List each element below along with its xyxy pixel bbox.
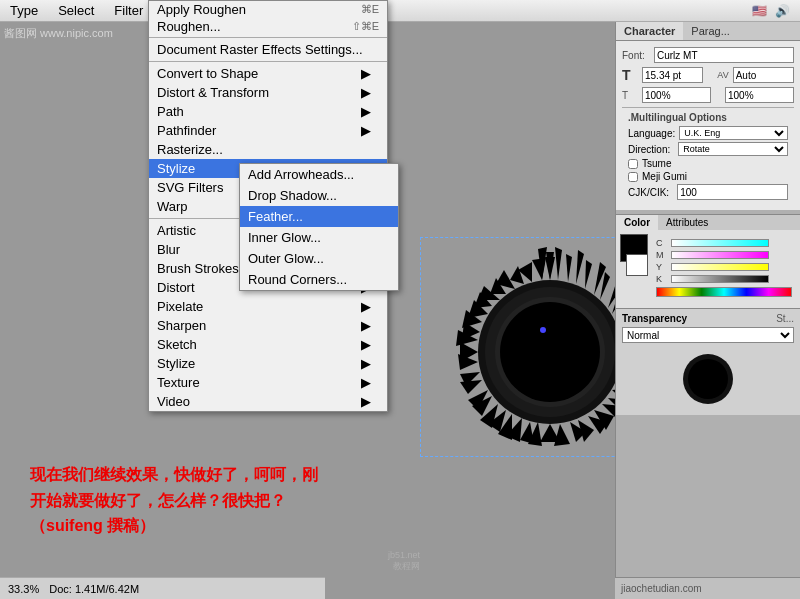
font-input[interactable] xyxy=(654,47,794,63)
distort-transform-arrow: ▶ xyxy=(361,85,371,100)
menu-filter[interactable]: Filter xyxy=(104,0,153,21)
menu-bar: Type Select Filter Effect View Window 帮助… xyxy=(0,0,800,22)
bottom-right-info: jiaochetudian.com xyxy=(615,577,800,599)
distort-label: Distort xyxy=(157,280,195,295)
round-corners-item[interactable]: Round Corners... xyxy=(240,269,398,290)
tab-color[interactable]: Color xyxy=(616,215,658,230)
cik-input[interactable] xyxy=(677,184,788,200)
scale-h-input[interactable] xyxy=(642,87,711,103)
direction-select[interactable]: Rotate xyxy=(678,142,788,156)
outer-glow-item[interactable]: Outer Glow... xyxy=(240,248,398,269)
volume-icon: 🔊 xyxy=(775,4,790,18)
scale-v-input[interactable] xyxy=(725,87,794,103)
rainbow-slider[interactable] xyxy=(656,287,792,297)
distort-transform-item[interactable]: Distort & Transform ▶ xyxy=(149,83,387,102)
font-row: Font: xyxy=(622,47,794,63)
zoom-level: 33.3% xyxy=(8,583,39,595)
menu-select[interactable]: Select xyxy=(48,0,104,21)
tracking-input[interactable] xyxy=(733,67,794,83)
path-label: Path xyxy=(157,104,184,119)
magenta-slider[interactable] xyxy=(671,251,769,259)
multilingual-title: .Multilingual Options xyxy=(628,112,788,123)
size-row: T AV xyxy=(622,67,794,83)
stylize-submenu[interactable]: Add Arrowheads... Drop Shadow... Feather… xyxy=(239,163,399,291)
stylize2-item[interactable]: Stylize ▶ xyxy=(149,354,387,373)
sketch-item[interactable]: Sketch ▶ xyxy=(149,335,387,354)
rasterize-item[interactable]: Rasterize... xyxy=(149,140,387,159)
right-panel: Character Parag... Font: T AV T xyxy=(615,22,800,599)
transparency-header: Transparency St... xyxy=(622,313,794,324)
color-content: C M Y K xyxy=(616,230,800,308)
divider-2 xyxy=(149,61,387,62)
chinese-caption-text: 现在我们继续效果，快做好了，呵呵，刚 开始就要做好了，怎么样？很快把？ （sui… xyxy=(30,462,318,539)
divider-1 xyxy=(149,37,387,38)
feather-item[interactable]: Feather... xyxy=(240,206,398,227)
pixelate-item[interactable]: Pixelate ▶ xyxy=(149,297,387,316)
menu-type[interactable]: Type xyxy=(0,0,48,21)
svg-point-54 xyxy=(688,359,728,399)
tsume-checkbox[interactable] xyxy=(628,159,638,169)
sketch-label: Sketch xyxy=(157,337,197,352)
inner-glow-item[interactable]: Inner Glow... xyxy=(240,227,398,248)
pixelate-label: Pixelate xyxy=(157,299,203,314)
black-label: K xyxy=(656,274,668,284)
transparency-label: Transparency xyxy=(622,313,687,324)
background-color-swatch[interactable] xyxy=(626,254,648,276)
roughen-label: Roughen... xyxy=(157,19,221,34)
scale-row: T xyxy=(622,87,794,103)
distort-transform-label: Distort & Transform xyxy=(157,85,269,100)
panel-tabs: Character Parag... xyxy=(616,22,800,41)
convert-shape-arrow: ▶ xyxy=(361,66,371,81)
rasterize-label: Rasterize... xyxy=(157,142,223,157)
video-label: Video xyxy=(157,394,190,409)
apply-roughen-label: Apply Roughen xyxy=(157,2,246,17)
meji-checkbox[interactable] xyxy=(628,172,638,182)
svg-marker-42 xyxy=(460,380,482,394)
yellow-label: Y xyxy=(656,262,668,272)
apply-roughen-item[interactable]: Apply Roughen ⌘E xyxy=(149,1,387,18)
svg-marker-28 xyxy=(576,250,584,284)
yellow-slider[interactable] xyxy=(671,263,769,271)
tab-paragraph[interactable]: Parag... xyxy=(683,22,738,40)
sketch-arrow: ▶ xyxy=(361,337,371,352)
add-arrowheads-item[interactable]: Add Arrowheads... xyxy=(240,164,398,185)
drop-shadow-item[interactable]: Drop Shadow... xyxy=(240,185,398,206)
black-slider[interactable] xyxy=(671,275,769,283)
document-raster-item[interactable]: Document Raster Effects Settings... xyxy=(149,40,387,59)
cyan-slider[interactable] xyxy=(671,239,769,247)
path-item[interactable]: Path ▶ xyxy=(149,102,387,121)
pixelate-arrow: ▶ xyxy=(361,299,371,314)
color-sliders-area: C M Y K xyxy=(652,234,796,304)
tab-attributes[interactable]: Attributes xyxy=(658,215,716,230)
direction-row: Direction: Rotate xyxy=(628,142,788,156)
multilingual-section: .Multilingual Options Language: U.K. Eng… xyxy=(622,107,794,204)
watermark-text: 酱图网 www.nipic.com xyxy=(4,26,113,41)
sharpen-item[interactable]: Sharpen ▶ xyxy=(149,316,387,335)
apply-roughen-shortcut: ⌘E xyxy=(361,3,379,16)
video-item[interactable]: Video ▶ xyxy=(149,392,387,411)
stroke-icon: St... xyxy=(776,313,794,324)
cik-label: CJK/CIK: xyxy=(628,187,669,198)
transparency-section: Transparency St... Normal xyxy=(616,308,800,415)
roughen-item[interactable]: Roughen... ⇧⌘E xyxy=(149,18,387,35)
magenta-row: M xyxy=(656,250,792,260)
svg-marker-26 xyxy=(555,247,562,280)
texture-item[interactable]: Texture ▶ xyxy=(149,373,387,392)
character-panel: Font: T AV T .Multilingual Options Langu… xyxy=(616,41,800,210)
svg-point-52 xyxy=(500,302,600,402)
pathfinder-item[interactable]: Pathfinder ▶ xyxy=(149,121,387,140)
language-select[interactable]: U.K. Eng xyxy=(679,126,788,140)
logo-jiaocheng: 教程网 xyxy=(388,560,420,573)
chinese-line-2: 开始就要做好了，怎么样？很快把？ xyxy=(30,488,318,514)
convert-shape-item[interactable]: Convert to Shape ▶ xyxy=(149,64,387,83)
video-arrow: ▶ xyxy=(361,394,371,409)
tab-character[interactable]: Character xyxy=(616,22,683,40)
cik-row: CJK/CIK: xyxy=(628,184,788,200)
stylize2-arrow: ▶ xyxy=(361,356,371,371)
chinese-line-1: 现在我们继续效果，快做好了，呵呵，刚 xyxy=(30,462,318,488)
spiky-circle-graphic xyxy=(440,242,615,442)
color-panel: Color Attributes C M xyxy=(616,214,800,308)
sharpen-label: Sharpen xyxy=(157,318,206,333)
font-size-input[interactable] xyxy=(642,67,703,83)
blend-mode-select[interactable]: Normal xyxy=(622,327,794,343)
